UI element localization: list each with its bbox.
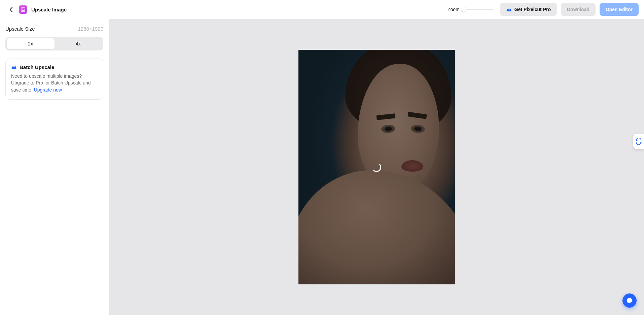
app-logo-icon (19, 5, 27, 14)
zoom-slider-thumb[interactable] (461, 7, 466, 12)
upscale-4x-option[interactable]: 4x (55, 38, 102, 49)
loading-overlay (298, 50, 455, 284)
batch-upscale-card: Batch Upscale Need to upscale multiple i… (5, 59, 103, 100)
download-label: Download (567, 7, 589, 12)
zoom-control: Zoom (448, 7, 494, 12)
sidebar: Upscale Size 1280×1920 2x 4x Batch Upsca… (0, 19, 109, 315)
upscale-2x-option[interactable]: 2x (7, 38, 55, 49)
header: Upscale Image Zoom Get Pixelcut Pro Down… (0, 0, 644, 19)
open-editor-button[interactable]: Open Editor (600, 3, 639, 16)
crown-icon (11, 65, 17, 69)
download-button: Download (561, 3, 596, 16)
header-left: Upscale Image (7, 5, 67, 14)
header-right: Zoom Get Pixelcut Pro Download Open Edit… (448, 3, 639, 16)
compare-icon (635, 138, 642, 145)
upscale-size-row: Upscale Size 1280×1920 (5, 26, 103, 32)
main: Upscale Size 1280×1920 2x 4x Batch Upsca… (0, 19, 644, 315)
open-editor-label: Open Editor (606, 7, 633, 12)
canvas-area[interactable] (109, 19, 644, 315)
chat-icon (626, 297, 633, 304)
batch-upscale-title: Batch Upscale (20, 64, 54, 70)
batch-upscale-text: Need to upscale multiple images? Upgrade… (11, 73, 98, 93)
get-pro-label: Get Pixelcut Pro (514, 7, 551, 12)
get-pro-button[interactable]: Get Pixelcut Pro (500, 3, 557, 16)
help-chat-button[interactable] (622, 293, 637, 308)
crown-icon (506, 7, 512, 12)
upscale-factor-segmented: 2x 4x (5, 37, 103, 50)
loading-spinner-icon (372, 163, 381, 172)
upgrade-now-link[interactable]: Upgrade now (34, 87, 62, 93)
svg-point-1 (22, 8, 23, 9)
zoom-label: Zoom (448, 7, 460, 12)
compare-toggle-button[interactable] (633, 134, 644, 149)
chevron-left-icon (9, 7, 12, 12)
page-title: Upscale Image (31, 7, 67, 12)
preview-image (298, 50, 455, 284)
upscale-size-value: 1280×1920 (78, 26, 104, 32)
batch-upscale-title-row: Batch Upscale (11, 64, 98, 70)
back-button[interactable] (7, 6, 14, 13)
zoom-slider[interactable] (464, 9, 494, 10)
upscale-size-label: Upscale Size (5, 26, 35, 32)
zoom-slider-track (464, 9, 494, 10)
